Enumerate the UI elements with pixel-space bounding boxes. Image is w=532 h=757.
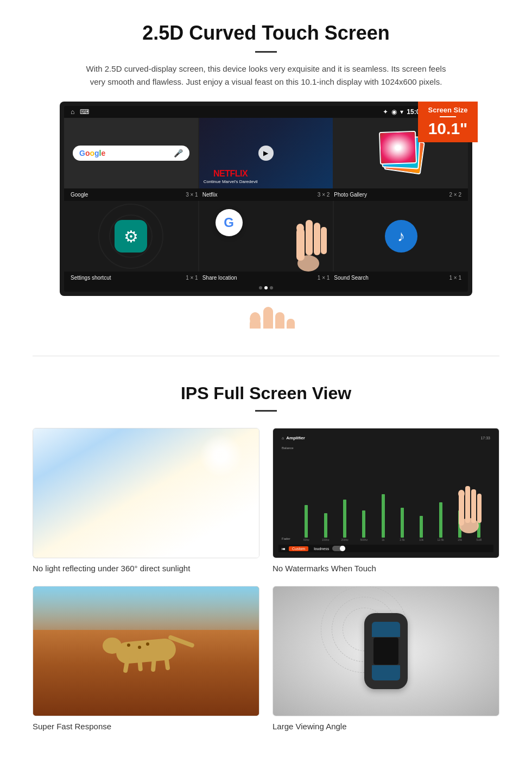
dot-2[interactable]: [264, 286, 268, 289]
sound-label-name: Sound Search: [334, 275, 368, 281]
section2-title: IPS Full Screen View: [33, 383, 499, 403]
photo-label-name: Photo Gallery: [334, 192, 367, 198]
photo-card-3: [379, 131, 417, 165]
app-labels-bottom: Settings shortcut 1 × 1 Share location 1…: [64, 272, 468, 284]
location-icon: ◉: [391, 108, 397, 116]
google-app-cell[interactable]: Google 🎤: [64, 118, 198, 188]
hand-pointing-icon: [287, 212, 330, 272]
eq-bar-5: [382, 494, 385, 538]
badge-divider: [440, 116, 456, 117]
eq-label-2: 100hz: [322, 538, 330, 541]
svg-rect-14: [465, 486, 470, 523]
sound-search-cell[interactable]: ♪: [334, 201, 468, 272]
svg-point-17: [458, 490, 465, 497]
svg-rect-4: [321, 227, 327, 254]
netflix-label-name: Netflix: [202, 192, 218, 198]
car-top-view: [359, 608, 413, 695]
svg-rect-10: [287, 319, 295, 329]
eq-label-3: 200hz: [341, 538, 349, 541]
netflix-app-cell[interactable]: ▶ NETFLIX Continue Marvel's Daredevil: [199, 118, 333, 188]
settings-label-cell: Settings shortcut 1 × 1: [68, 275, 200, 281]
custom-button[interactable]: Custom: [289, 546, 308, 551]
title-divider: [255, 51, 277, 53]
amp-balance-label: Balance: [282, 446, 294, 450]
car-roof: [373, 638, 398, 665]
section1-title: 2.5D Curved Touch Screen: [33, 22, 499, 45]
home-icon[interactable]: ⌂: [71, 108, 74, 116]
dot-3[interactable]: [270, 286, 273, 289]
sound-label-cell: Sound Search 1 × 1: [332, 275, 464, 281]
sunlight-image: [33, 428, 259, 558]
section2-divider: [255, 410, 277, 412]
eq-label-8: 12.5k: [438, 538, 444, 541]
feature-amplifier: ⌂ Amplifier 17:33 Balance Fader: [273, 428, 499, 573]
device-wrapper: Screen Size 10.1" ⌂ ⌨ ✦ ◉ ▾ 15:06: [60, 102, 472, 296]
feature-cheetah: Super Fast Response: [33, 586, 259, 731]
app-grid-top: Google 🎤 ▶ NETFLIX Continue Marvel's Dar…: [64, 118, 468, 188]
svg-rect-8: [263, 307, 273, 329]
svg-rect-9: [275, 312, 284, 329]
device-frame: ⌂ ⌨ ✦ ◉ ▾ 15:06 ⊡ 🔊 ⊠ ▭: [60, 102, 472, 296]
netflix-overlay: NETFLIX Continue Marvel's Daredevil: [204, 169, 258, 184]
status-bar: ⌂ ⌨ ✦ ◉ ▾ 15:06 ⊡ 🔊 ⊠ ▭: [64, 106, 468, 118]
eq-label-4: 500hz: [360, 538, 368, 541]
svg-rect-15: [471, 489, 476, 523]
settings-label-size: 1 × 1: [186, 275, 198, 281]
photo-label-cell: Photo Gallery 2 × 2: [332, 192, 464, 198]
amp-time: 17:33: [480, 436, 490, 440]
eq-bar-7: [420, 516, 423, 538]
app-grid-bottom: ⚙ G: [64, 201, 468, 272]
settings-label-name: Settings shortcut: [71, 275, 111, 281]
device-screen: ⌂ ⌨ ✦ ◉ ▾ 15:06 ⊡ 🔊 ⊠ ▭: [64, 106, 468, 292]
settings-app-cell[interactable]: ⚙: [64, 201, 198, 272]
svg-rect-1: [296, 228, 305, 261]
loudness-toggle[interactable]: [332, 546, 345, 551]
sound-label-size: 1 × 1: [449, 275, 461, 281]
status-bar-left: ⌂ ⌨: [71, 108, 89, 116]
feature-sunlight: No light reflecting under 360° direct su…: [33, 428, 259, 573]
amp-fader-label: Fader: [282, 537, 294, 540]
amplifier-image: ⌂ Amplifier 17:33 Balance Fader: [273, 428, 499, 558]
eq-label-5: 1k: [382, 538, 384, 541]
section-divider: [33, 356, 499, 356]
eq-bar-4: [362, 510, 365, 538]
eq-bar-8: [439, 502, 442, 538]
google-label-size: 3 × 1: [186, 192, 198, 198]
dot-1[interactable]: [259, 286, 262, 289]
wifi-icon: ▾: [400, 108, 403, 116]
cheetah-image: [33, 586, 259, 716]
google-search-bar[interactable]: Google 🎤: [73, 146, 189, 161]
car-image: [273, 586, 499, 716]
badge-size: 10.1": [426, 119, 470, 138]
eq-bar-2: [324, 513, 327, 538]
netflix-label-cell: Netflix 3 × 2: [200, 192, 332, 198]
eq-bar-3: [343, 500, 346, 538]
svg-rect-16: [477, 494, 482, 523]
netflix-subtitle: Continue Marvel's Daredevil: [204, 179, 258, 184]
svg-rect-2: [306, 220, 313, 255]
netflix-label-size: 3 × 2: [318, 192, 330, 198]
amp-hand-icon: [450, 480, 488, 534]
eq-label-6: 2.5k: [400, 538, 404, 541]
sunlight-label: No light reflecting under 360° direct su…: [33, 564, 259, 573]
play-button[interactable]: ▶: [258, 146, 274, 161]
cheetah-visual: [33, 586, 259, 716]
share-location-cell[interactable]: G: [199, 201, 333, 272]
amp-title: Amplifier: [286, 436, 305, 440]
amp-loudness-label: loudness: [314, 547, 329, 551]
bluetooth-icon: ✦: [383, 108, 388, 116]
amplifier-label: No Watermarks When Touch: [273, 564, 499, 573]
amp-prev-icon[interactable]: ⏮: [282, 547, 286, 551]
section-ips: IPS Full Screen View No light reflecting…: [0, 373, 532, 753]
settings-bg: [64, 201, 198, 272]
page-dots-nav: [64, 284, 468, 292]
eq-bar-6: [401, 508, 404, 538]
photo-stack: [379, 131, 423, 175]
music-note-bg: ♪: [385, 220, 417, 253]
mic-icon[interactable]: 🎤: [174, 149, 183, 157]
google-logo: Google: [79, 149, 105, 157]
google-label-cell: Google 3 × 1: [68, 192, 200, 198]
share-label-size: 1 × 1: [318, 275, 330, 281]
share-label-name: Share location: [202, 275, 237, 281]
section1-description: With 2.5D curved-display screen, this de…: [81, 62, 451, 89]
